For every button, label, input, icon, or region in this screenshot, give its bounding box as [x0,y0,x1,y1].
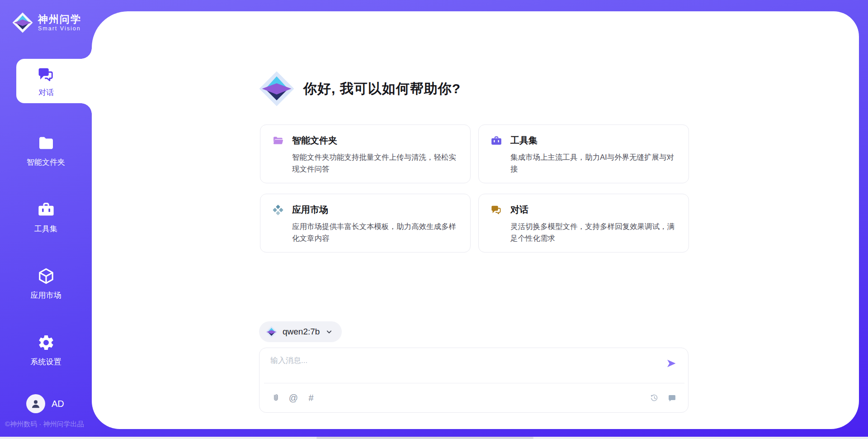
brand-logo: 神州问学 Smart Vision [12,12,81,33]
feature-card-toolset[interactable]: 工具集 集成市场上主流工具，助力AI与外界无缝扩展与对接 [478,124,689,183]
card-description: 灵活切换多模型文件，支持多样回复效果调试，满足个性化需求 [510,221,677,244]
toolbox-icon [491,135,502,147]
horizontal-scrollbar[interactable] [0,437,868,439]
tab-curve-bottom [81,103,92,114]
send-icon [666,358,677,369]
chat-icon [37,66,55,84]
sidebar-item-settings[interactable]: 系统设置 [0,334,92,367]
model-name: qwen2:7b [283,327,320,337]
folder-icon [37,134,55,152]
copyright-footer: ©神州数码 · 神州问学出品 [5,420,84,429]
person-icon [30,398,42,410]
sidebar-item-label: 对话 [16,87,76,98]
message-composer: @ # [259,348,689,413]
sidebar-item-label: 系统设置 [0,357,92,367]
send-button[interactable] [665,358,677,370]
chevron-down-icon [325,327,334,336]
attachment-icon[interactable] [270,392,281,403]
user-profile[interactable]: AD [26,394,64,413]
sidebar-item-label: 工具集 [0,224,92,234]
tab-curve-top [81,48,92,59]
sidebar-item-label: 智能文件夹 [0,157,92,167]
card-title: 对话 [510,204,528,216]
diamond-logo-icon [12,12,33,33]
cube-icon [37,267,55,285]
feature-card-chat[interactable]: 对话 灵活切换多模型文件，支持多样回复效果调试，满足个性化需求 [478,194,689,253]
app-screen: 神州问学 Smart Vision 对话 智能文件 [0,0,868,439]
sidebar-item-app-market[interactable]: 应用市场 [0,267,92,301]
feature-cards: 智能文件夹 智能文件夹功能支持批量文件上传与清洗，轻松实现文件问答 工具集 集成… [260,124,689,253]
topic-icon[interactable]: # [306,392,316,403]
feature-card-app-market[interactable]: 应用市场 应用市场提供丰富长文本模板，助力高效生成多样化文章内容 [260,194,471,253]
scrollbar-thumb[interactable] [316,437,533,439]
folder-open-icon [272,135,284,147]
brand-subtitle: Smart Vision [38,25,81,32]
sidebar-item-smart-folder[interactable]: 智能文件夹 [0,134,92,167]
card-description: 集成市场上主流工具，助力AI与外界无缝扩展与对接 [510,152,677,175]
diamond-logo-icon [265,326,278,338]
sidebar-item-toolset[interactable]: 工具集 [0,200,92,234]
greeting-title: 你好, 我可以如何帮助你? [303,80,461,98]
sidebar-item-label: 应用市场 [0,290,92,301]
chat-icon [491,204,502,216]
user-name: AD [52,399,64,409]
mention-icon[interactable]: @ [288,392,299,403]
sidebar-item-chat[interactable]: 对话 [16,59,76,98]
avatar [26,394,45,413]
card-title: 智能文件夹 [292,134,337,147]
brand-name: 神州问学 [38,14,81,25]
message-input[interactable] [270,355,655,380]
greeting-block: 你好, 我可以如何帮助你? [258,70,461,107]
card-title: 应用市场 [292,204,328,216]
toolbox-icon [37,200,55,219]
sidebar: 神州问学 Smart Vision 对话 智能文件 [0,0,92,439]
card-description: 应用市场提供丰富长文本模板，助力高效生成多样化文章内容 [292,221,458,244]
card-title: 工具集 [510,134,538,147]
composer-toolbar: @ # [270,390,677,406]
main-content: 你好, 我可以如何帮助你? 智能文件夹 智能文件夹功能支持批量文件上传与清洗，轻… [92,11,859,429]
diamond-logo-icon [258,70,295,107]
history-icon[interactable] [649,392,660,403]
model-selector[interactable]: qwen2:7b [259,321,342,342]
gear-icon [37,334,55,352]
composer-divider [264,383,684,383]
card-description: 智能文件夹功能支持批量文件上传与清洗，轻松实现文件问答 [292,152,458,175]
grid-cube-icon [272,204,284,216]
feedback-icon[interactable] [666,392,677,403]
feature-card-smart-folder[interactable]: 智能文件夹 智能文件夹功能支持批量文件上传与清洗，轻松实现文件问答 [260,124,471,183]
